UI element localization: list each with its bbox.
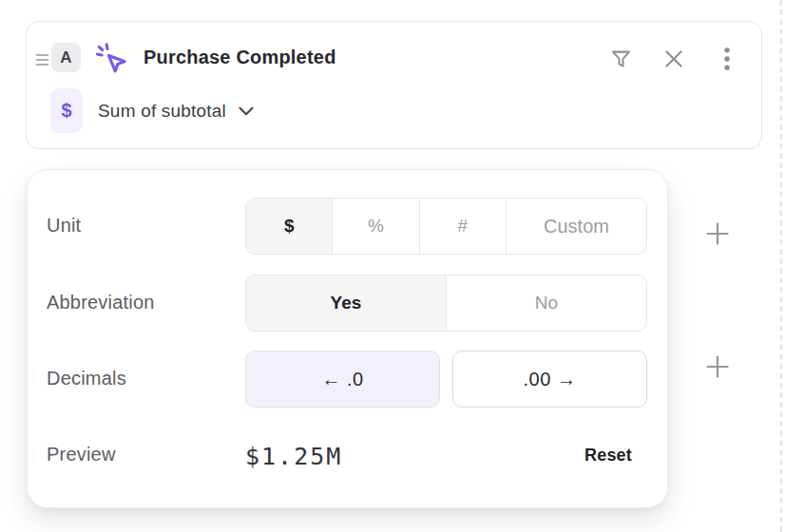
metric-dropdown[interactable]: Sum of subtotal — [98, 88, 254, 133]
add-metric-button-top[interactable] — [704, 220, 731, 247]
abbreviation-option-yes[interactable]: Yes — [246, 276, 446, 331]
close-button[interactable] — [660, 45, 688, 73]
unit-option-dollar[interactable]: $ — [246, 199, 332, 254]
filter-button[interactable] — [606, 45, 635, 73]
plus-icon — [705, 354, 730, 379]
funnel-icon — [608, 47, 634, 72]
abbreviation-option-no[interactable]: No — [446, 276, 646, 331]
abbreviation-label: Abbreviation — [47, 292, 155, 314]
event-position-badge[interactable]: A — [51, 43, 81, 72]
decimals-label: Decimals — [47, 368, 126, 390]
event-title[interactable]: Purchase Completed — [144, 47, 336, 68]
unit-option-custom[interactable]: Custom — [506, 199, 646, 254]
metric-unit-badge: $ — [50, 88, 83, 133]
cursor-click-icon — [93, 40, 131, 78]
unit-option-number[interactable]: # — [419, 199, 506, 254]
plus-icon — [705, 221, 730, 246]
unit-label: Unit — [47, 215, 81, 237]
close-icon — [661, 47, 686, 71]
decimals-increase-button[interactable]: .00 → — [452, 351, 647, 408]
add-metric-button-bottom[interactable] — [704, 353, 731, 380]
number-format-panel: Unit $ % # Custom Abbreviation Yes No De… — [27, 169, 668, 508]
kebab-icon — [714, 46, 740, 72]
preview-label: Preview — [47, 444, 116, 466]
unit-option-percent[interactable]: % — [332, 199, 418, 254]
abbreviation-segmented-control: Yes No — [245, 275, 647, 332]
metric-dropdown-label: Sum of subtotal — [98, 101, 226, 122]
preview-value: $1.25M — [245, 443, 342, 470]
more-options-button[interactable] — [713, 45, 741, 73]
event-card: A Purchase Completed $ Sum of subtotal — [26, 21, 762, 149]
chevron-down-icon — [239, 106, 254, 116]
decimals-decrease-button[interactable]: ← .0 — [245, 351, 440, 408]
drag-handle-icon[interactable] — [32, 49, 51, 70]
decimals-control: ← .0 .00 → — [245, 351, 647, 408]
background-gridline — [780, 0, 782, 532]
reset-button[interactable]: Reset — [584, 446, 632, 466]
unit-segmented-control: $ % # Custom — [245, 198, 647, 255]
